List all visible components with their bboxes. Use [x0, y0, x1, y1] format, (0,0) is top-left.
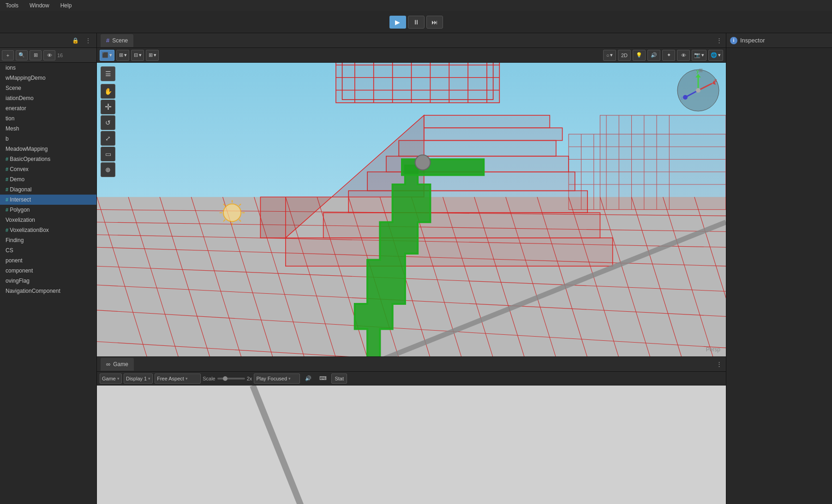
display-dropdown[interactable]: Display 1 ▾: [124, 374, 153, 384]
eye-visibility-btn[interactable]: 👁: [677, 50, 690, 61]
hamburger-btn[interactable]: ☰: [101, 66, 115, 81]
hash-icon: #: [6, 166, 8, 172]
menu-tools[interactable]: Tools: [4, 1, 20, 10]
scene-persp-label: Persp: [706, 346, 720, 353]
cam-btn[interactable]: 📷 ▾: [692, 50, 706, 61]
sidebar-item-label: Scene: [6, 85, 21, 91]
sidebar-item-voxelization[interactable]: Voxelization: [0, 215, 96, 225]
game-audio-btn[interactable]: 🔊: [302, 373, 315, 384]
snap-btn[interactable]: ⊟ ▾: [131, 50, 144, 61]
sidebar-item-basicoperations[interactable]: # BasicOperations: [0, 154, 96, 164]
scene-gizmo[interactable]: x y z: [675, 67, 721, 113]
svg-point-89: [683, 95, 688, 100]
audio-btn[interactable]: 🔊: [647, 50, 660, 61]
menu-window[interactable]: Window: [28, 1, 51, 10]
grid-btn[interactable]: ⊞ ▾: [146, 50, 159, 61]
more-icon[interactable]: ⋮: [84, 36, 93, 45]
scale-slider[interactable]: [217, 378, 245, 379]
game-view-arrow: ▾: [117, 376, 120, 381]
sidebar-item-label: CS: [6, 247, 13, 254]
svg-rect-39: [286, 238, 613, 266]
sidebar-item-mesh[interactable]: Mesh: [0, 124, 96, 134]
game-panel-more[interactable]: ⋮: [716, 361, 722, 368]
sidebar-scroll[interactable]: ions wMappingDemo Scene iationDemo enera…: [0, 63, 96, 504]
stats-button[interactable]: Stat: [331, 374, 347, 384]
sidebar-item-cs[interactable]: CS: [0, 245, 96, 255]
scale-group: Scale 2x: [203, 376, 252, 381]
tool-filter[interactable]: ⊞: [30, 50, 42, 60]
render-mode-arrow: ▾: [109, 52, 112, 58]
pause-button[interactable]: ⏸: [408, 16, 425, 29]
scene-panel-more[interactable]: ⋮: [716, 37, 722, 44]
top-toolbar: ▶ ⏸ ⏭: [0, 11, 832, 33]
scene-tab-icon: #: [106, 37, 109, 44]
sidebar-item-meadowmapping[interactable]: MeadowMapping: [0, 144, 96, 154]
sidebar-item-label: Finding: [6, 237, 24, 243]
game-view-dropdown[interactable]: Game ▾: [100, 374, 122, 384]
sidebar-item-demo[interactable]: # Demo: [0, 174, 96, 184]
inspector-title: Inspector: [740, 37, 765, 44]
sidebar-item-convex[interactable]: # Convex: [0, 164, 96, 174]
sidebar-item-intersect[interactable]: # Intersect: [0, 195, 96, 205]
svg-point-74: [223, 204, 241, 221]
scene-viewport[interactable]: ☰ ✋ ✛ ↺ ⤢ ▭ ⊕ ≡: [97, 63, 726, 356]
game-tab[interactable]: ∞ Game: [101, 358, 134, 371]
tool-search[interactable]: 🔍: [16, 50, 28, 60]
render-mode-btn[interactable]: ⬛ ▾: [100, 50, 114, 61]
sphere-btn[interactable]: ○ ▾: [603, 50, 616, 61]
fx-btn[interactable]: ✦: [662, 50, 675, 61]
sidebar-item-label: VoxelizationBox: [10, 227, 49, 233]
sidebar-item-navigationcomponent[interactable]: NavigationComponent: [0, 286, 96, 296]
tool-eye[interactable]: 👁: [43, 50, 55, 60]
tool-create[interactable]: +: [2, 50, 14, 60]
inspector-panel: i Inspector: [726, 33, 832, 504]
lock-icon[interactable]: 🔒: [71, 36, 80, 45]
sidebar-item-component[interactable]: component: [0, 266, 96, 276]
sidebar-item-b[interactable]: b: [0, 134, 96, 144]
sidebar-item-scene[interactable]: Scene: [0, 83, 96, 93]
scene-tab[interactable]: # Scene: [101, 34, 133, 47]
sidebar-item-ovingflag[interactable]: ovingFlag: [0, 276, 96, 286]
sidebar-item-ions[interactable]: ions: [0, 63, 96, 73]
game-keyboard-btn[interactable]: ⌨: [317, 373, 329, 384]
snap-icon: ⊟: [134, 52, 138, 58]
rect-tool-btn[interactable]: ▭: [101, 147, 115, 161]
sidebar-item-voxelizationbox[interactable]: # VoxelizationBox: [0, 225, 96, 235]
sidebar-item-tion[interactable]: tion: [0, 113, 96, 124]
sidebar-item-iationdemo[interactable]: iationDemo: [0, 93, 96, 103]
menu-help[interactable]: Help: [59, 1, 74, 10]
scene-tab-label: Scene: [112, 37, 128, 44]
svg-rect-94: [97, 385, 726, 504]
sidebar-item-finding[interactable]: Finding: [0, 235, 96, 245]
aspect-arrow: ▾: [186, 376, 188, 381]
step-button[interactable]: ⏭: [426, 16, 443, 29]
hand-tool-btn[interactable]: ✋: [101, 84, 115, 99]
light-btn[interactable]: 💡: [633, 50, 646, 61]
play-focused-arrow: ▾: [288, 376, 291, 381]
aspect-dropdown[interactable]: Free Aspect ▾: [155, 374, 201, 384]
scale-tool-btn[interactable]: ⤢: [101, 131, 115, 146]
scale-thumb: [223, 376, 227, 381]
transform-btn[interactable]: ⊞ ▾: [116, 50, 129, 61]
render-mode-label: ⬛: [102, 52, 108, 58]
game-panel: ∞ Game ⋮ Game ▾ Display 1 ▾ Free Aspe: [97, 356, 726, 504]
sidebar-item-label: Diagonal: [10, 186, 31, 193]
transform-tool-btn[interactable]: ⊕: [101, 162, 115, 177]
rotate-tool-btn[interactable]: ↺: [101, 115, 115, 130]
play-button[interactable]: ▶: [389, 16, 406, 29]
sidebar-item-wmappingdemo[interactable]: wMappingDemo: [0, 73, 96, 83]
sidebar-item-polygon[interactable]: # Polygon: [0, 205, 96, 215]
sidebar-item-ponent[interactable]: ponent: [0, 255, 96, 266]
hash-icon: #: [6, 227, 8, 233]
scene-panel-header: # Scene ⋮: [97, 33, 726, 48]
sidebar-item-enerator[interactable]: enerator: [0, 103, 96, 113]
globe-btn[interactable]: 🌐 ▾: [708, 50, 723, 61]
hash-icon: #: [6, 207, 8, 213]
sidebar-item-diagonal[interactable]: # Diagonal: [0, 184, 96, 195]
move-tool-btn[interactable]: ✛: [101, 100, 115, 114]
svg-rect-33: [424, 128, 563, 140]
sidebar-item-label: component: [6, 267, 33, 274]
2d-btn[interactable]: 2D: [618, 50, 631, 61]
play-focused-dropdown[interactable]: Play Focused ▾: [254, 374, 300, 384]
globe-arrow: ▾: [718, 52, 721, 58]
